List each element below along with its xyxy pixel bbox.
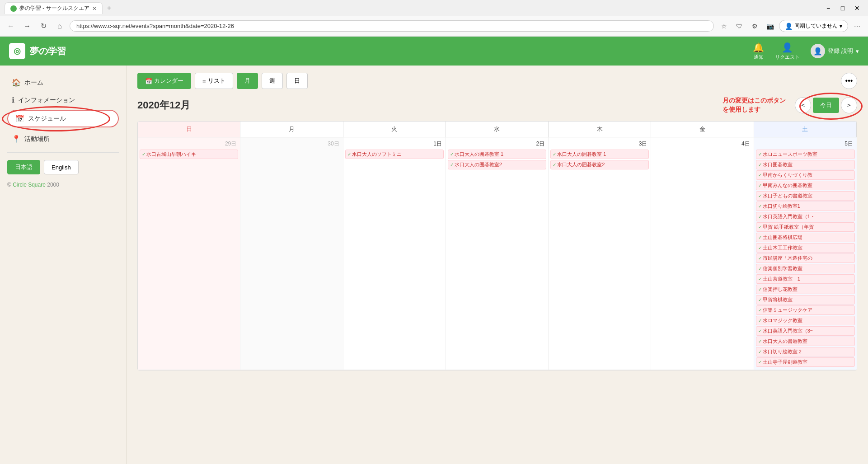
month-span-btn[interactable]: 月 bbox=[237, 73, 258, 89]
check-icon: ✓ bbox=[758, 328, 762, 333]
chevron-down-icon: ▾ bbox=[856, 48, 859, 55]
check-icon: ✓ bbox=[553, 152, 556, 157]
prev-month-btn[interactable]: ＜ bbox=[795, 97, 811, 113]
restore-btn[interactable]: □ bbox=[836, 2, 849, 14]
app-logo[interactable]: ◎ 夢の学習 bbox=[9, 43, 66, 59]
calendar-grid: 日 月 火 水 木 金 土 29日 ✓ 水口古城山早朝ハイキ 30日 1日 bbox=[137, 121, 857, 370]
tab-close-btn[interactable]: ✕ bbox=[92, 5, 97, 12]
address-bar[interactable] bbox=[70, 20, 714, 32]
cal-event-dec5-11[interactable]: ✓市民講座「木造住宅の bbox=[756, 253, 855, 263]
cal-event-dec5-20[interactable]: ✓水口切り絵教室２ bbox=[756, 347, 855, 356]
cal-event-dec5-17[interactable]: ✓水ロマジック教室 bbox=[756, 316, 855, 325]
view-toolbar: 📅 カレンダー ≡ リスト 月 週 日 ••• bbox=[137, 73, 857, 89]
cal-event-dec5-7[interactable]: ✓水口英語入門教室（1・ bbox=[756, 212, 855, 221]
today-btn[interactable]: 今日 bbox=[813, 98, 839, 113]
sidebar-item-info[interactable]: ℹ インフォメーション bbox=[7, 92, 119, 108]
cal-event-dec2-2[interactable]: ✓ 水口大人の囲碁教室2 bbox=[448, 160, 546, 169]
check-icon: ✓ bbox=[758, 183, 762, 188]
notifications-btn[interactable]: 🔔 通知 bbox=[753, 42, 764, 61]
more-icon: ••• bbox=[845, 77, 853, 85]
cal-event-dec5-21[interactable]: ✓土山寺子屋剣道教室 bbox=[756, 357, 855, 367]
cal-day-nov29: 29日 bbox=[140, 139, 238, 150]
extensions-btn[interactable]: ⚙ bbox=[748, 20, 761, 33]
event-text: 水口古城山早朝ハイキ bbox=[146, 151, 196, 158]
bell-icon: 🔔 bbox=[753, 42, 764, 53]
list-view-icon: ≡ bbox=[202, 78, 206, 84]
cal-day-dec4: 4日 bbox=[653, 139, 751, 150]
sidebar-schedule-label: スケジュール bbox=[28, 115, 66, 123]
event-text: 水口大人の囲碁教室 1 bbox=[557, 151, 606, 158]
lang-ja-btn[interactable]: 日本語 bbox=[7, 160, 40, 174]
cal-event-dec5-19[interactable]: ✓水口大人の書道教室 bbox=[756, 337, 855, 346]
cal-event-dec5-1[interactable]: ✓水ロニュースポーツ教室 bbox=[756, 150, 855, 159]
minimize-btn[interactable]: − bbox=[822, 2, 835, 14]
app-header: ◎ 夢の学習 🔔 通知 👤 リクエスト 👤 登録 説明 ▾ bbox=[0, 37, 868, 66]
sidebar-item-schedule[interactable]: 📅 スケジュール bbox=[7, 110, 119, 127]
cal-event-dec5-3[interactable]: ✓甲南からくりづくり教 bbox=[756, 170, 855, 180]
cal-event-dec5-8[interactable]: ✓甲賀 絵手紙教室（年賀 bbox=[756, 222, 855, 232]
cal-event-dec2-1[interactable]: ✓ 水口大人の囲碁教室 1 bbox=[448, 150, 546, 159]
cal-event-dec5-2[interactable]: ✓水口囲碁教室 bbox=[756, 160, 855, 169]
options-btn[interactable]: ••• bbox=[841, 73, 857, 89]
cal-event-dec5-4[interactable]: ✓甲南みんなの囲碁教室 bbox=[756, 181, 855, 190]
cal-event-dec5-9[interactable]: ✓土山囲碁将棋広場 bbox=[756, 233, 855, 242]
app-name: 夢の学習 bbox=[30, 45, 66, 57]
browser-titlebar: 夢の学習 - サークルスクエア ✕ + − □ ✕ bbox=[0, 0, 868, 16]
lang-en-btn[interactable]: English bbox=[44, 160, 79, 174]
cal-event-dec5-15[interactable]: ✓甲賀将棋教室 bbox=[756, 295, 855, 305]
cal-event[interactable]: ✓ 水口古城山早朝ハイキ bbox=[140, 150, 238, 159]
forward-btn[interactable]: → bbox=[21, 20, 33, 33]
cal-event-dec5-14[interactable]: ✓信楽押し花教室 bbox=[756, 285, 855, 294]
list-view-btn[interactable]: ≡ リスト bbox=[195, 73, 233, 89]
event-text: 水口英語入門教室（3~ bbox=[763, 328, 813, 334]
browser-tab[interactable]: 夢の学習 - サークルスクエア ✕ bbox=[5, 2, 103, 14]
more-btn[interactable]: ⋯ bbox=[851, 20, 863, 33]
sidebar-item-location[interactable]: 📍 活動場所 bbox=[7, 131, 119, 147]
cal-event-dec5-5[interactable]: ✓水口子どもの書道教室 bbox=[756, 191, 855, 201]
day-span-btn[interactable]: 日 bbox=[286, 73, 308, 89]
event-text: 水口大人の書道教室 bbox=[763, 338, 807, 345]
cal-day-nov30: 30日 bbox=[242, 139, 341, 150]
refresh-btn[interactable]: ↻ bbox=[37, 20, 50, 33]
cal-event-dec5-13[interactable]: ✓土山茶道教室 1 bbox=[756, 274, 855, 284]
next-month-btn[interactable]: ＞ bbox=[841, 97, 857, 113]
new-tab-btn[interactable]: + bbox=[104, 3, 114, 13]
close-btn[interactable]: ✕ bbox=[851, 2, 863, 14]
week-span-btn[interactable]: 週 bbox=[262, 73, 283, 89]
event-text: 水ロマジック教室 bbox=[763, 317, 802, 324]
back-btn[interactable]: ← bbox=[5, 20, 17, 33]
logo-icon: ◎ bbox=[9, 43, 25, 59]
cal-cell-dec2: 2日 ✓ 水口大人の囲碁教室 1 ✓ 水口大人の囲碁教室2 bbox=[446, 137, 549, 370]
capture-btn[interactable]: 📷 bbox=[764, 20, 776, 33]
sidebar-item-home[interactable]: 🏠 ホーム bbox=[7, 75, 119, 90]
user-menu[interactable]: 👤 登録 説明 ▾ bbox=[811, 44, 859, 58]
cal-event-dec3-1[interactable]: ✓ 水口大人の囲碁教室 1 bbox=[550, 150, 649, 159]
footer-link[interactable]: Circle Square bbox=[13, 182, 46, 188]
sync-btn[interactable]: 👤 同期していません ▾ bbox=[779, 20, 848, 32]
browser-controls: ← → ↻ ⌂ ☆ 🛡 ⚙ 📷 👤 同期していません ▾ ⋯ bbox=[0, 16, 868, 36]
dow-monday: 月 bbox=[240, 122, 343, 137]
avatar: 👤 bbox=[811, 44, 825, 58]
cal-event-dec5-12[interactable]: ✓信楽個別学習教室 bbox=[756, 264, 855, 273]
event-text: 水口囲碁教室 bbox=[763, 161, 793, 168]
cal-event-dec5-10[interactable]: ✓土山木工工作教室 bbox=[756, 243, 855, 253]
check-icon: ✓ bbox=[758, 204, 762, 209]
window-controls: − □ ✕ bbox=[822, 2, 863, 14]
cal-event[interactable]: ✓ 水口大人のソフトミニ bbox=[345, 150, 444, 159]
check-icon: ✓ bbox=[758, 287, 762, 292]
cal-event-dec5-6[interactable]: ✓水口切り絵教室1 bbox=[756, 202, 855, 211]
location-icon: 📍 bbox=[12, 135, 21, 143]
home-btn[interactable]: ⌂ bbox=[53, 20, 66, 33]
calendar-view-btn[interactable]: 📅 カレンダー bbox=[137, 73, 191, 89]
shield-icon: 🛡 bbox=[733, 20, 746, 33]
sidebar-location-label: 活動場所 bbox=[24, 135, 50, 143]
cal-event-dec5-18[interactable]: ✓水口英語入門教室（3~ bbox=[756, 326, 855, 336]
requests-label: リクエスト bbox=[775, 54, 800, 61]
check-icon: ✓ bbox=[758, 266, 762, 271]
star-btn[interactable]: ☆ bbox=[718, 20, 730, 33]
requests-btn[interactable]: 👤 リクエスト bbox=[775, 42, 800, 61]
tab-title: 夢の学習 - サークルスクエア bbox=[19, 5, 89, 12]
cal-event-dec5-16[interactable]: ✓信楽ミュージックケア bbox=[756, 305, 855, 315]
cal-event-dec3-2[interactable]: ✓ 水口大人の囲碁教室2 bbox=[550, 160, 649, 169]
cal-cell-dec3: 3日 ✓ 水口大人の囲碁教室 1 ✓ 水口大人の囲碁教室2 bbox=[549, 137, 651, 370]
